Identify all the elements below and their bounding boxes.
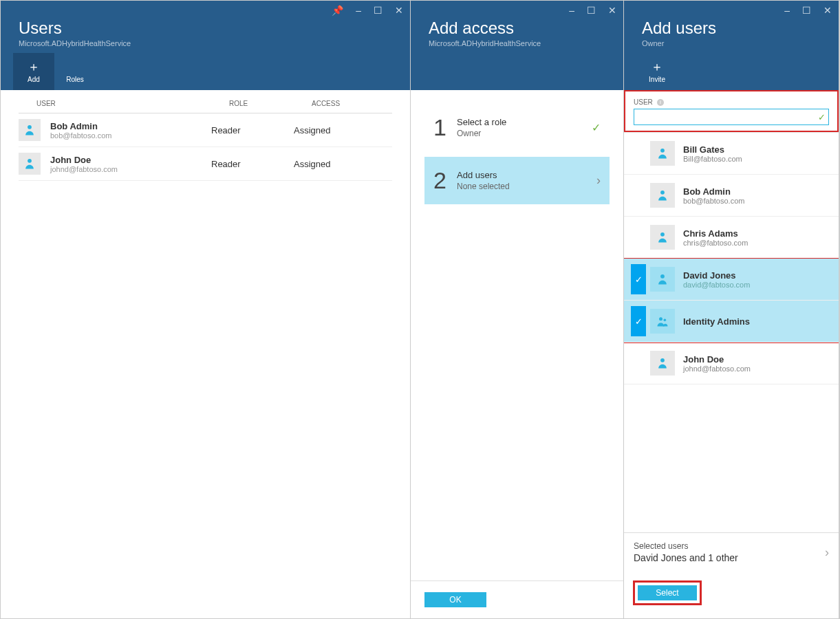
user-icon: [19, 153, 41, 175]
user-list-item[interactable]: Bill GatesBill@fabtoso.com: [624, 133, 839, 175]
wizard-step[interactable]: 2Add usersNone selected›: [424, 157, 610, 204]
svg-point-3: [28, 159, 32, 163]
minimize-icon[interactable]: –: [569, 5, 574, 16]
user-email: bob@fabtoso.com: [683, 197, 744, 205]
table-header: USER ROLE ACCESS: [19, 90, 392, 113]
user-name: Chris Adams: [683, 228, 748, 239]
step-subtitle: None selected: [457, 182, 596, 191]
col-user: USER: [36, 100, 229, 107]
user-email: johnd@fabtoso.com: [50, 165, 118, 173]
blade-title: Add access: [429, 19, 605, 38]
user-icon: [650, 267, 675, 292]
selection-indicator: [631, 138, 646, 169]
selection-indicator: ✓: [631, 264, 646, 294]
minimize-icon[interactable]: –: [356, 5, 361, 16]
minimize-icon[interactable]: –: [784, 5, 790, 16]
svg-point-10: [660, 358, 665, 362]
close-icon[interactable]: ✕: [608, 5, 616, 16]
step-number: 1: [433, 114, 457, 141]
selected-summary: David Jones and 1 other: [634, 552, 825, 563]
selection-indicator: [631, 180, 646, 210]
close-icon[interactable]: ✕: [823, 5, 832, 16]
plus-icon: ＋: [651, 61, 663, 73]
blade-subtitle: Microsoft.ADHybridHealthService: [19, 39, 392, 47]
user-email: chris@fabtoso.com: [683, 239, 748, 247]
user-list-item[interactable]: ✓Identity Admins: [624, 301, 839, 343]
chevron-right-icon: ›: [596, 173, 601, 188]
user-search-input[interactable]: [638, 112, 813, 122]
user-email: johnd@fabtoso.com: [683, 365, 751, 373]
add-access-blade: – ☐ ✕ Add access Microsoft.ADHybridHealt…: [411, 1, 624, 618]
user-name: Bill Gates: [683, 144, 742, 155]
user-name: John Doe: [50, 155, 118, 165]
blade-header: 📌 – ☐ ✕ Users Microsoft.ADHybridHealthSe…: [1, 1, 410, 90]
invite-button[interactable]: ＋ Invite: [636, 53, 678, 90]
table-row[interactable]: John Doejohnd@fabtoso.comReaderAssigned: [19, 147, 392, 181]
maximize-icon[interactable]: ☐: [374, 5, 383, 16]
user-email: bob@fabtoso.com: [50, 131, 111, 140]
add-button[interactable]: ＋ Add: [13, 53, 54, 90]
blade-subtitle: Microsoft.ADHybridHealthService: [429, 39, 605, 47]
user-icon: [650, 141, 675, 166]
user-icon: [650, 225, 675, 250]
step-number: 2: [433, 167, 457, 194]
step-subtitle: Owner: [457, 129, 592, 138]
col-role: ROLE: [229, 100, 312, 107]
svg-point-7: [660, 274, 665, 279]
close-icon[interactable]: ✕: [395, 5, 403, 16]
user-role: Reader: [211, 125, 294, 135]
chevron-right-icon: ›: [825, 545, 829, 560]
selection-indicator: ✓: [631, 306, 646, 336]
select-button[interactable]: Select: [638, 585, 697, 600]
svg-point-2: [28, 125, 32, 129]
selection-indicator: [631, 348, 646, 378]
info-icon[interactable]: i: [657, 99, 664, 106]
user-email: david@fabtoso.com: [683, 281, 750, 289]
step-title: Add users: [457, 170, 596, 180]
user-email: Bill@fabtoso.com: [683, 155, 742, 163]
user-name: Identity Admins: [683, 316, 750, 327]
user-access: Assigned: [294, 125, 392, 135]
wizard-step[interactable]: 1Select a roleOwner✓: [424, 104, 610, 151]
plus-icon: ＋: [28, 61, 40, 73]
user-search-area: USER i ✓: [624, 90, 839, 132]
maximize-icon[interactable]: ☐: [802, 5, 811, 16]
maximize-icon[interactable]: ☐: [587, 5, 596, 16]
blade-title: Users: [19, 19, 392, 38]
add-users-blade: – ☐ ✕ Add users Owner ＋ Invite USER: [624, 1, 839, 618]
roles-button[interactable]: Roles: [54, 53, 96, 90]
user-name: Bob Admin: [50, 121, 111, 131]
blade-subtitle: Owner: [642, 39, 821, 47]
svg-point-6: [660, 232, 665, 237]
col-access: ACCESS: [312, 100, 374, 107]
user-icon: [19, 119, 41, 141]
blade-title: Add users: [642, 19, 821, 38]
user-list-item[interactable]: Chris Adamschris@fabtoso.com: [624, 217, 839, 259]
selected-users-panel[interactable]: Selected users David Jones and 1 other ›: [624, 532, 839, 572]
user-name: John Doe: [683, 354, 751, 365]
selected-label: Selected users: [634, 541, 825, 551]
pin-icon[interactable]: 📌: [332, 5, 343, 16]
user-icon: [650, 183, 675, 208]
ok-button[interactable]: OK: [424, 592, 486, 607]
check-icon: ✓: [592, 121, 601, 134]
user-list-item[interactable]: John Doejohnd@fabtoso.com: [624, 343, 839, 384]
svg-point-9: [664, 319, 667, 322]
check-icon: ✓: [818, 112, 826, 122]
selection-indicator: [631, 222, 646, 252]
user-list-item[interactable]: ✓David Jonesdavid@fabtoso.com: [624, 259, 839, 301]
svg-point-8: [659, 317, 663, 321]
user-name: David Jones: [683, 270, 750, 281]
table-row[interactable]: Bob Adminbob@fabtoso.comReaderAssigned: [19, 113, 392, 147]
user-name: Bob Admin: [683, 186, 744, 197]
group-icon: [650, 309, 675, 334]
step-title: Select a role: [457, 117, 592, 127]
user-icon: [650, 351, 675, 376]
search-label: USER: [634, 98, 653, 106]
users-blade: 📌 – ☐ ✕ Users Microsoft.ADHybridHealthSe…: [1, 1, 411, 618]
user-role: Reader: [211, 159, 294, 169]
svg-point-5: [660, 191, 665, 195]
user-access: Assigned: [294, 159, 392, 169]
svg-point-4: [660, 149, 665, 153]
user-list-item[interactable]: Bob Adminbob@fabtoso.com: [624, 175, 839, 217]
